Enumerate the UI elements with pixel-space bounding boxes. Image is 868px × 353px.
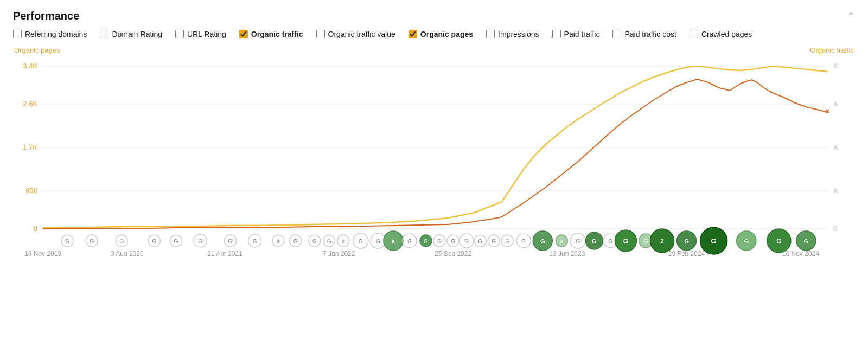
- svg-text:a: a: [392, 238, 395, 245]
- svg-text:a: a: [342, 239, 345, 245]
- svg-text:G: G: [199, 239, 203, 245]
- organic-traffic-line: [43, 79, 828, 229]
- svg-text:29 Feb 2024: 29 Feb 2024: [668, 250, 705, 256]
- checkbox-organic-traffic[interactable]: Organic traffic: [239, 30, 303, 38]
- axis-label-right: Organic traffic: [810, 46, 854, 54]
- svg-text:G: G: [119, 239, 124, 245]
- svg-text:0: 0: [34, 224, 37, 233]
- svg-text:G: G: [293, 239, 298, 245]
- svg-text:G: G: [521, 239, 526, 245]
- svg-text:G: G: [464, 239, 469, 245]
- svg-text:G: G: [312, 239, 317, 245]
- svg-text:G: G: [407, 239, 412, 245]
- svg-text:16 Nov 2024: 16 Nov 2024: [782, 250, 819, 256]
- svg-text:7 Jan 2022: 7 Jan 2022: [323, 250, 355, 256]
- svg-text:G: G: [174, 239, 178, 245]
- checkbox-organic-traffic-value[interactable]: Organic traffic value: [316, 30, 395, 38]
- svg-text:G: G: [327, 239, 331, 245]
- svg-text:a: a: [560, 239, 564, 245]
- svg-text:G: G: [592, 238, 597, 245]
- svg-text:G: G: [376, 239, 380, 245]
- svg-text:G: G: [90, 239, 94, 245]
- checkbox-impressions[interactable]: Impressions: [486, 30, 539, 38]
- svg-text:a: a: [277, 239, 280, 245]
- svg-text:G: G: [804, 238, 809, 245]
- panel-title: Performance: [13, 10, 79, 22]
- svg-text:G: G: [776, 238, 781, 245]
- svg-text:1.7K: 1.7K: [23, 143, 37, 151]
- svg-text:G: G: [644, 239, 648, 245]
- svg-text:16 Nov 2019: 16 Nov 2019: [24, 250, 61, 256]
- svg-text:K: K: [833, 143, 838, 151]
- collapse-icon[interactable]: ⌃: [847, 10, 855, 22]
- svg-text:G: G: [540, 238, 545, 245]
- checkbox-paid-traffic-cost[interactable]: Paid traffic cost: [612, 30, 676, 38]
- svg-text:2.6K: 2.6K: [23, 100, 37, 108]
- svg-text:G: G: [609, 239, 613, 245]
- svg-text:850: 850: [25, 187, 37, 195]
- svg-text:G: G: [228, 239, 233, 245]
- svg-text:G: G: [359, 239, 363, 245]
- svg-text:G: G: [684, 238, 689, 245]
- svg-text:2: 2: [660, 238, 664, 245]
- svg-text:G: G: [744, 238, 749, 245]
- checkbox-organic-pages[interactable]: Organic pages: [409, 30, 473, 38]
- svg-text:3 Aug 2020: 3 Aug 2020: [111, 250, 144, 256]
- svg-text:G: G: [505, 239, 509, 245]
- checkbox-paid-traffic[interactable]: Paid traffic: [552, 30, 600, 38]
- checkbox-crawled-pages[interactable]: Crawled pages: [690, 30, 752, 38]
- svg-text:13 Jun 2023: 13 Jun 2023: [549, 250, 585, 256]
- svg-text:×: ×: [825, 107, 829, 115]
- chart-svg: 3.4K 2.6K 1.7K 850 0 K K K K 0 × G G G: [13, 55, 855, 256]
- svg-text:K: K: [833, 187, 838, 195]
- svg-text:G: G: [437, 239, 442, 245]
- checkbox-url-rating[interactable]: URL Rating: [175, 30, 226, 38]
- organic-pages-line: [43, 66, 828, 228]
- svg-text:0: 0: [833, 224, 837, 233]
- axis-label-left: Organic pages: [14, 46, 60, 54]
- svg-text:G: G: [478, 239, 482, 245]
- svg-text:G: G: [152, 239, 156, 245]
- checkbox-referring-domains[interactable]: Referring domains: [13, 30, 87, 38]
- panel-header: Performance ⌃: [13, 10, 855, 22]
- svg-text:G: G: [492, 239, 496, 245]
- performance-panel: Performance ⌃ Referring domains Domain R…: [0, 0, 868, 353]
- svg-text:G: G: [623, 238, 628, 245]
- svg-text:G: G: [65, 239, 69, 245]
- svg-text:K: K: [833, 100, 838, 108]
- checkboxes-row-1: Referring domains Domain Rating URL Rati…: [13, 30, 855, 44]
- chart-area: 3.4K 2.6K 1.7K 850 0 K K K K 0 × G G G: [13, 55, 855, 256]
- svg-text:25 Sep 2022: 25 Sep 2022: [435, 250, 471, 256]
- svg-text:G: G: [253, 239, 257, 245]
- checkbox-domain-rating[interactable]: Domain Rating: [100, 30, 162, 38]
- svg-text:G: G: [424, 239, 428, 245]
- svg-text:3.4K: 3.4K: [23, 62, 37, 70]
- svg-text:G: G: [711, 237, 717, 245]
- svg-text:G: G: [576, 239, 580, 245]
- axis-labels-row: Organic pages Organic traffic: [13, 46, 855, 54]
- svg-text:G: G: [451, 239, 455, 245]
- svg-text:K: K: [833, 62, 838, 70]
- svg-text:21 Apr 2021: 21 Apr 2021: [207, 250, 242, 256]
